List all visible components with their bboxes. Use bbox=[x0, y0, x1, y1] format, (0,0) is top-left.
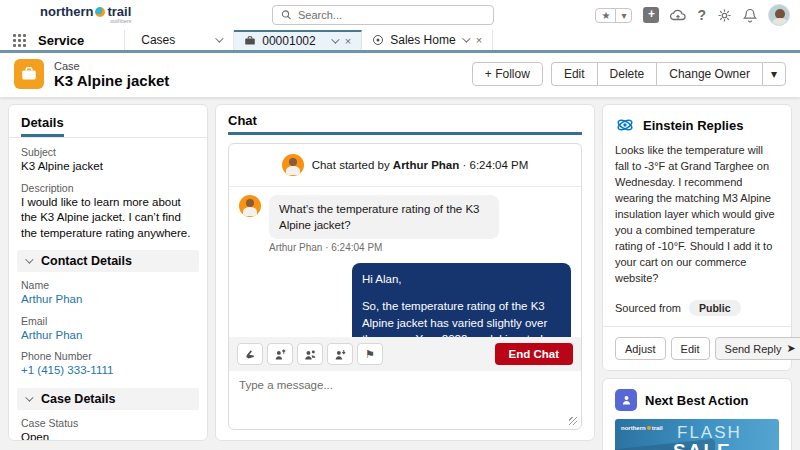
notifications-bell-icon[interactable] bbox=[743, 8, 757, 23]
chat-message-inbound: What’s the temperature rating of the K3 … bbox=[239, 195, 571, 253]
email-label: Email bbox=[21, 315, 195, 327]
header-utility-icons: ★ ▾ + ? bbox=[595, 4, 790, 26]
section-case-details[interactable]: Case Details bbox=[17, 388, 199, 410]
description-label: Description bbox=[21, 182, 195, 194]
tab-label: Sales Home bbox=[390, 33, 455, 47]
favorite-star-icon[interactable]: ★ bbox=[596, 9, 615, 22]
search-input[interactable] bbox=[298, 9, 485, 21]
einstein-replies-title: Einstein Replies bbox=[643, 118, 743, 133]
help-icon[interactable]: ? bbox=[697, 8, 706, 22]
einstein-replies-card: Einstein Replies Looks like the temperat… bbox=[602, 104, 792, 371]
case-briefcase-icon bbox=[14, 59, 44, 89]
whisper-hand-icon[interactable] bbox=[237, 343, 263, 365]
tab-close-icon[interactable]: × bbox=[476, 34, 482, 46]
chat-toolbar: ⚑ End Chat bbox=[229, 337, 581, 371]
right-sidebar: Einstein Replies Looks like the temperat… bbox=[602, 104, 792, 441]
edit-reply-button[interactable]: Edit bbox=[671, 337, 710, 360]
message-composer bbox=[229, 371, 581, 429]
contact-email-link[interactable]: Arthur Phan bbox=[21, 328, 195, 344]
case-status-label: Case Status bbox=[21, 417, 195, 429]
resize-handle[interactable] bbox=[569, 417, 577, 425]
logo-word-2: trail bbox=[107, 5, 131, 18]
message-line: So, the temperature rating of the K3 Alp… bbox=[362, 298, 561, 337]
chat-panel: Chat Chat started by Arthur Phan · 6:24:… bbox=[215, 104, 595, 441]
search-icon bbox=[281, 9, 292, 21]
global-actions-icon[interactable]: + bbox=[643, 7, 659, 23]
message-meta: Arthur Phan · 6:24:04 PM bbox=[269, 242, 564, 253]
send-reply-label: Send Reply bbox=[725, 343, 782, 355]
chat-started-time: · 6:24:04 PM bbox=[463, 159, 529, 171]
record-actions: + Follow Edit Delete Change Owner ▾ bbox=[472, 62, 786, 86]
tab-chat[interactable]: Chat bbox=[228, 113, 582, 135]
adjust-button[interactable]: Adjust bbox=[615, 337, 666, 360]
section-collapse-chevron-icon[interactable] bbox=[25, 255, 33, 263]
einstein-reply-text: Looks like the temperature will fall to … bbox=[615, 143, 779, 286]
chat-conversation: Chat started by Arthur Phan · 6:24:04 PM… bbox=[228, 143, 582, 430]
nav-item-label: Cases bbox=[141, 33, 175, 47]
section-contact-details[interactable]: Contact Details bbox=[17, 250, 199, 272]
change-owner-button[interactable]: Change Owner bbox=[656, 62, 762, 86]
subject-value: K3 Alpine jacket bbox=[21, 159, 195, 175]
tab-case-00001002[interactable]: 00001002 × bbox=[234, 30, 362, 50]
details-panel: Details Subject K3 Alpine jacket Descrip… bbox=[8, 104, 208, 441]
message-bubble: Hi Alan, So, the temperature rating of t… bbox=[352, 263, 571, 337]
tab-details[interactable]: Details bbox=[21, 115, 64, 137]
name-label: Name bbox=[21, 279, 195, 291]
logo-word-1: northern bbox=[40, 5, 93, 18]
global-header: northern trail outfitters ★ ▾ + ? bbox=[0, 0, 800, 30]
logo-subtext: outfitters bbox=[40, 19, 131, 25]
edit-button[interactable]: Edit bbox=[551, 62, 597, 86]
end-chat-button[interactable]: End Chat bbox=[495, 343, 573, 365]
tab-close-icon[interactable]: × bbox=[345, 35, 351, 47]
transfer-to-queue-icon[interactable] bbox=[297, 343, 323, 365]
setup-gear-icon[interactable] bbox=[717, 8, 732, 23]
follow-button[interactable]: + Follow bbox=[472, 62, 543, 86]
favorites-control[interactable]: ★ ▾ bbox=[595, 8, 632, 23]
section-collapse-chevron-icon[interactable] bbox=[25, 393, 33, 401]
send-reply-button[interactable]: Send Reply ➤ bbox=[715, 337, 800, 360]
main-content: Details Subject K3 Alpine jacket Descrip… bbox=[0, 97, 800, 449]
tab-sales-home[interactable]: Sales Home × bbox=[362, 30, 493, 50]
phone-number-link[interactable]: +1 (415) 333-1111 bbox=[21, 363, 195, 379]
tab-dropdown-chevron-icon[interactable] bbox=[462, 34, 470, 42]
chevron-down-icon[interactable] bbox=[215, 34, 223, 42]
next-best-action-icon bbox=[615, 389, 637, 411]
flash-sale-banner-image[interactable]: northerntrail FLASH SALE 24 HOURS ONLY bbox=[615, 419, 779, 450]
more-actions-dropdown-icon[interactable]: ▾ bbox=[762, 62, 786, 86]
next-best-action-card: Next Best Action northerntrail FLASH SAL… bbox=[602, 378, 792, 450]
customer-avatar bbox=[239, 195, 261, 217]
global-search[interactable] bbox=[272, 5, 494, 25]
tab-label: 00001002 bbox=[262, 34, 325, 48]
favorites-dropdown-icon[interactable]: ▾ bbox=[615, 9, 631, 22]
tab-dropdown-chevron-icon[interactable] bbox=[331, 35, 339, 43]
message-list[interactable]: What’s the temperature rating of the K3 … bbox=[229, 187, 581, 337]
message-bubble: What’s the temperature rating of the K3 … bbox=[269, 195, 499, 239]
app-name[interactable]: Service bbox=[38, 30, 124, 50]
subject-label: Subject bbox=[21, 146, 195, 158]
send-arrow-icon: ➤ bbox=[786, 342, 795, 355]
einstein-icon bbox=[615, 115, 635, 135]
contact-name-link[interactable]: Arthur Phan bbox=[21, 292, 195, 308]
message-input[interactable] bbox=[239, 379, 571, 423]
raise-flag-icon[interactable]: ⚑ bbox=[357, 343, 383, 365]
chat-started-name: Arthur Phan bbox=[393, 159, 459, 171]
chat-started-banner: Chat started by Arthur Phan · 6:24:04 PM bbox=[229, 144, 581, 187]
cloud-upload-icon[interactable] bbox=[670, 9, 686, 22]
chat-started-text: Chat started by bbox=[312, 159, 390, 171]
delete-button[interactable]: Delete bbox=[597, 62, 657, 86]
transfer-to-skill-icon[interactable] bbox=[327, 343, 353, 365]
sourced-from-label: Sourced from bbox=[615, 302, 681, 314]
description-value: I would like to learn more about the K3 … bbox=[21, 195, 195, 242]
company-logo: northern trail outfitters bbox=[40, 5, 131, 25]
app-launcher-waffle-icon[interactable] bbox=[0, 30, 38, 50]
message-line: Hi Alan, bbox=[362, 271, 561, 288]
transfer-to-agent-icon[interactable] bbox=[267, 343, 293, 365]
page-title: K3 Alpine jacket bbox=[54, 72, 169, 89]
logo-mark-icon bbox=[95, 7, 105, 17]
chat-message-outbound: Hi Alan, So, the temperature rating of t… bbox=[352, 263, 571, 337]
customer-avatar bbox=[282, 154, 304, 176]
section-title: Contact Details bbox=[41, 254, 132, 268]
nav-item-cases[interactable]: Cases bbox=[124, 30, 234, 50]
user-avatar[interactable] bbox=[768, 4, 790, 26]
navigation-tab-bar: Service Cases 00001002 × Sales Home × bbox=[0, 30, 800, 53]
